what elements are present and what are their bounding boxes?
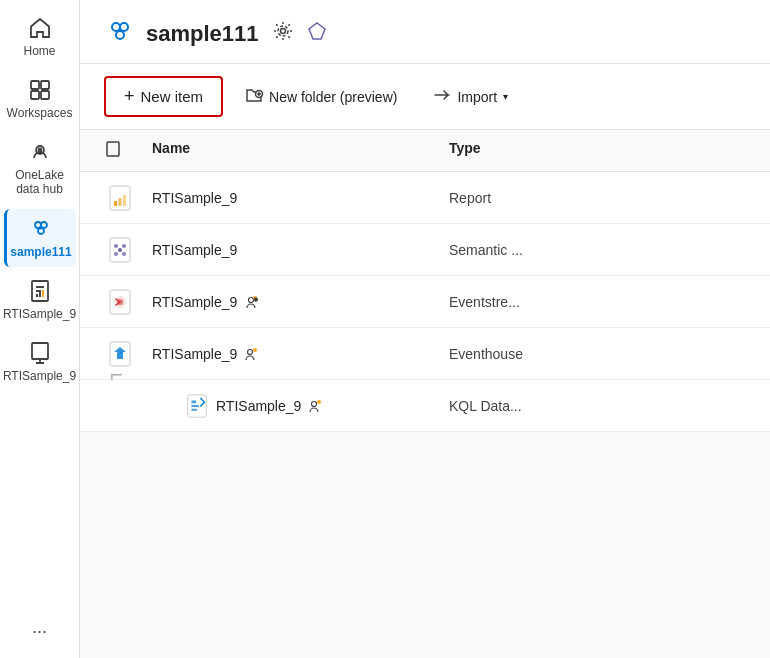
row-name-3: RTISample_9 ⚙	[152, 294, 449, 310]
col-icon	[104, 140, 152, 161]
diamond-badge-icon	[307, 21, 327, 46]
table-row[interactable]: RTISample_9 Eventhouse	[80, 328, 770, 380]
svg-rect-1	[41, 81, 49, 89]
row-icon-report	[104, 182, 136, 214]
settings-badge-icon[interactable]	[273, 21, 293, 46]
row-type-5: KQL Data...	[449, 398, 746, 414]
table-row[interactable]: RTISample_9 ⚙ Eventstre...	[80, 276, 770, 328]
svg-rect-21	[107, 142, 119, 156]
table-row[interactable]: RTISample_9 Semantic ...	[80, 224, 770, 276]
database-sidebar-icon	[28, 341, 52, 365]
import-icon	[433, 86, 451, 107]
sidebar-label-onelake: OneLake data hub	[8, 168, 72, 197]
table-header: Name Type	[80, 130, 770, 172]
row-type-3: Eventstre...	[449, 294, 746, 310]
main-content: sample111 + New item	[80, 0, 770, 658]
svg-rect-24	[119, 198, 122, 206]
import-label: Import	[457, 89, 497, 105]
import-button[interactable]: Import ▾	[419, 78, 522, 115]
row-type-2: Semantic ...	[449, 242, 746, 258]
toolbar: + New item New folder (preview) Import ▾	[80, 64, 770, 130]
svg-rect-2	[31, 91, 39, 99]
sidebar-item-home[interactable]: Home	[4, 8, 76, 66]
sidebar-label-home: Home	[23, 44, 55, 58]
row-badge-3: ⚙	[243, 294, 259, 310]
svg-point-18	[278, 26, 288, 36]
row-icon-eventstream	[104, 286, 136, 318]
svg-point-30	[122, 252, 126, 256]
svg-rect-13	[32, 343, 48, 359]
svg-rect-10	[36, 294, 38, 297]
table-row[interactable]: ⌐ RTISample_9 KQL Data...	[80, 380, 770, 432]
report-sidebar-icon	[28, 279, 52, 303]
row-icon-semantic	[104, 234, 136, 266]
svg-rect-0	[31, 81, 39, 89]
svg-text:⚙: ⚙	[254, 296, 258, 301]
workspace-header-icon	[104, 16, 136, 51]
svg-point-14	[112, 23, 120, 31]
svg-point-40	[253, 348, 257, 352]
svg-point-8	[38, 228, 44, 234]
kql-icon	[184, 393, 210, 419]
new-folder-icon	[245, 86, 263, 107]
sidebar-item-rtisample2[interactable]: RTISample_9	[4, 333, 76, 391]
col-name-header: Name	[152, 140, 449, 161]
row-type-4: Eventhouse	[449, 346, 746, 362]
sidebar-label-rtisample2: RTISample_9	[3, 369, 76, 383]
svg-rect-12	[42, 290, 44, 297]
items-table: Name Type RTISample_9 Report	[80, 130, 770, 658]
table-row[interactable]: RTISample_9 Report	[80, 172, 770, 224]
svg-point-15	[120, 23, 128, 31]
row-icon-kql: ⌐	[104, 390, 136, 422]
svg-rect-3	[41, 91, 49, 99]
new-folder-button[interactable]: New folder (preview)	[231, 78, 411, 115]
row-badge-4	[243, 346, 259, 362]
row-name-2: RTISample_9	[152, 242, 449, 258]
svg-rect-25	[123, 195, 126, 206]
svg-point-7	[41, 222, 47, 228]
sidebar-label-workspaces: Workspaces	[7, 106, 73, 120]
plus-icon: +	[124, 86, 135, 107]
col-type-header: Type	[449, 140, 746, 161]
workspace-active-icon	[29, 217, 53, 241]
sidebar-item-rtisample1[interactable]: RTISample_9	[4, 271, 76, 329]
sidebar-item-workspaces[interactable]: Workspaces	[4, 70, 76, 128]
svg-point-43	[317, 400, 321, 404]
svg-point-28	[122, 244, 126, 248]
row-badge-5	[307, 398, 323, 414]
sidebar-item-onelake[interactable]: OneLake data hub	[4, 132, 76, 205]
page-header: sample111	[80, 0, 770, 64]
svg-point-39	[248, 349, 253, 354]
svg-point-31	[118, 248, 122, 252]
sidebar-item-sample111[interactable]: sample111	[4, 209, 76, 267]
row-name-1: RTISample_9	[152, 190, 449, 206]
svg-point-29	[114, 252, 118, 256]
svg-rect-23	[114, 201, 117, 206]
svg-point-27	[114, 244, 118, 248]
onelake-icon	[28, 140, 52, 164]
svg-rect-11	[39, 292, 41, 297]
svg-point-16	[116, 31, 124, 39]
row-name-4: RTISample_9	[152, 346, 449, 362]
svg-point-42	[312, 401, 317, 406]
new-folder-label: New folder (preview)	[269, 89, 397, 105]
workspaces-icon	[28, 78, 52, 102]
new-item-button[interactable]: + New item	[104, 76, 223, 117]
new-item-label: New item	[141, 88, 204, 105]
sidebar-label-sample111: sample111	[10, 245, 71, 259]
svg-point-6	[35, 222, 41, 228]
page-title: sample111	[146, 21, 259, 47]
import-chevron-icon: ▾	[503, 91, 508, 102]
svg-point-17	[280, 29, 285, 34]
svg-point-5	[38, 149, 41, 152]
sidebar-more-button[interactable]: ...	[24, 609, 55, 646]
sidebar-label-rtisample1: RTISample_9	[3, 307, 76, 321]
home-icon	[28, 16, 52, 40]
row-type-1: Report	[449, 190, 746, 206]
sidebar: Home Workspaces OneLake data hub sample1…	[0, 0, 80, 658]
row-name-5: RTISample_9	[152, 393, 449, 419]
svg-marker-19	[309, 23, 325, 39]
